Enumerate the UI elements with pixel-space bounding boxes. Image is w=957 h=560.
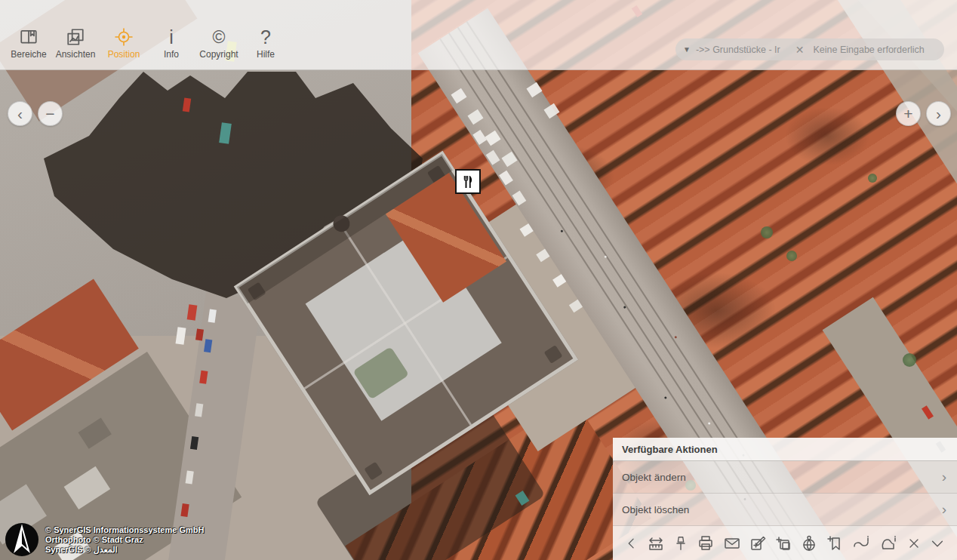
identify-line-icon[interactable] <box>851 534 871 552</box>
tool-bereiche[interactable]: Bereiche <box>4 27 54 60</box>
map-art-person <box>664 396 667 399</box>
map-art-tree <box>903 353 916 367</box>
map-art-panel <box>64 466 111 509</box>
position-target-icon <box>114 27 134 47</box>
tool-label: Bereiche <box>11 49 46 60</box>
tool-label: Hilfe <box>257 49 275 60</box>
attribution-line: SynerGIS © المعدل <box>45 545 204 555</box>
tool-ansichten[interactable]: Ansichten <box>51 27 100 60</box>
tool-label: Copyright <box>199 49 238 60</box>
map-art-person <box>623 306 626 309</box>
map-art-vehicle <box>204 339 212 352</box>
printer-icon[interactable] <box>697 534 715 552</box>
attribution-line: Orthophoto © Stadt Graz <box>45 535 204 545</box>
north-compass-icon <box>5 522 39 557</box>
tool-info[interactable]: i Info <box>146 27 196 60</box>
restaurant-fork-knife-icon <box>459 173 477 191</box>
search-icon[interactable] <box>937 42 937 58</box>
areas-book-icon <box>19 27 38 47</box>
action-label: Objekt löschen <box>622 504 689 515</box>
pan-left-button[interactable]: ‹ <box>8 101 32 126</box>
map-art-vehicle <box>195 403 203 417</box>
action-objekt-loeschen[interactable]: Objekt löschen › <box>613 494 957 526</box>
chevron-right-icon: › <box>936 106 941 122</box>
actions-panel-title: Verfügbare Aktionen <box>613 438 957 461</box>
map-art-vehicle <box>208 309 217 323</box>
map-art-vehicle <box>186 470 194 484</box>
zoom-in-button[interactable]: + <box>896 101 921 126</box>
map-art-tree <box>868 174 877 183</box>
map-art-tower <box>364 462 383 481</box>
tool-label: Info <box>164 49 179 60</box>
tool-hilfe[interactable]: ? Hilfe <box>241 27 291 60</box>
chevron-left-icon[interactable] <box>624 536 639 551</box>
tool-copyright[interactable]: © Copyright <box>194 27 244 60</box>
close-x-icon[interactable] <box>906 536 922 551</box>
envelope-icon[interactable] <box>723 534 741 552</box>
attribution-line: © SynerGIS Informationssysteme GmbH <box>45 525 204 535</box>
edit-object-icon[interactable] <box>749 534 767 552</box>
plus-icon: + <box>903 106 912 122</box>
actions-panel: Verfügbare Aktionen Objekt ändern › Obje… <box>613 438 957 560</box>
map-art-person <box>708 422 711 425</box>
chevron-right-icon: › <box>942 501 946 518</box>
search-category-label: ->> Grundstücke - Ir <box>696 45 780 55</box>
search-bar: ▼ ->> Grundstücke - Ir ✕ <box>675 38 944 60</box>
clear-icon[interactable]: ✕ <box>795 44 805 56</box>
bookmark-add-icon[interactable] <box>826 534 844 552</box>
tool-label: Position <box>108 49 140 60</box>
map-art-person <box>674 336 677 339</box>
copy-object-icon[interactable] <box>774 534 792 552</box>
help-icon: ? <box>260 27 271 47</box>
map-art-vehicle <box>180 503 189 517</box>
map-art-vehicle <box>199 371 208 384</box>
chevron-down-icon[interactable] <box>929 535 946 552</box>
app-window: Bereiche Ansichten Position i Info © Cop… <box>0 0 957 560</box>
chevron-left-icon: ‹ <box>17 106 23 122</box>
copyright-icon: © <box>213 27 226 47</box>
map-art-tree <box>761 226 773 238</box>
minus-icon: − <box>45 106 54 122</box>
map-art-tree <box>786 251 797 261</box>
map-art-person <box>560 229 563 232</box>
tool-position[interactable]: Position <box>99 27 149 60</box>
actions-toolbar <box>613 526 957 560</box>
info-icon: i <box>169 27 174 47</box>
search-category-dropdown[interactable]: ▼ ->> Grundstücke - Ir <box>683 45 780 55</box>
restaurant-marker[interactable] <box>455 169 481 194</box>
action-label: Objekt ändern <box>622 472 686 483</box>
measure-ruler-icon[interactable] <box>647 534 665 552</box>
map-art-vehicle <box>190 436 198 450</box>
tool-label: Ansichten <box>56 49 96 60</box>
chevron-right-icon: › <box>942 469 946 485</box>
map-art-vehicle <box>176 327 186 344</box>
map-attribution: © SynerGIS Informationssysteme GmbH Orth… <box>45 525 204 555</box>
pan-right-button[interactable]: › <box>926 101 951 126</box>
zoom-out-button[interactable]: − <box>38 101 63 126</box>
map-art-tower <box>544 345 563 364</box>
chevron-down-icon: ▼ <box>683 45 691 54</box>
globe-position-icon[interactable] <box>800 534 818 552</box>
action-objekt-aendern[interactable]: Objekt ändern › <box>613 461 957 494</box>
map-pin-icon[interactable] <box>672 535 689 552</box>
search-input[interactable] <box>812 44 937 56</box>
identify-area-icon[interactable] <box>879 534 899 552</box>
map-art-panel <box>78 417 112 448</box>
views-sheets-icon <box>66 27 85 47</box>
